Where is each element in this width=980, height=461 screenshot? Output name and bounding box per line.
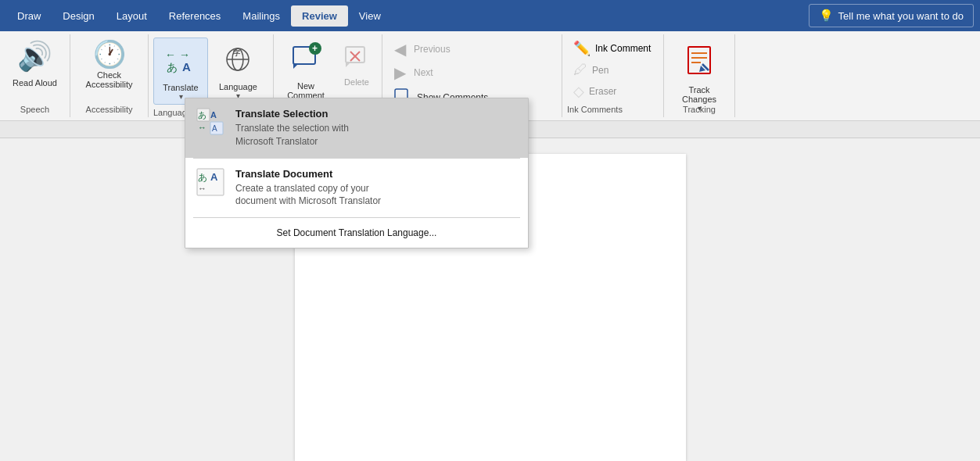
previous-label: Previous bbox=[414, 44, 451, 55]
tell-me-input[interactable]: 💡 Tell me what you want to do bbox=[809, 4, 974, 27]
read-aloud-icon: 🔊 bbox=[17, 42, 52, 70]
translate-selection-title: Translate Selection bbox=[235, 108, 349, 120]
svg-text:←: ← bbox=[165, 48, 176, 61]
track-changes-group-label: Tracking bbox=[683, 102, 716, 114]
eraser-label: Eraser bbox=[589, 86, 616, 97]
previous-icon: ◀ bbox=[390, 40, 409, 59]
check-accessibility-button[interactable]: 🕐 Check Accessibility bbox=[78, 38, 141, 100]
eraser-icon: ◇ bbox=[573, 83, 584, 100]
delete-label: Delete bbox=[344, 77, 369, 87]
svg-text:A: A bbox=[212, 124, 217, 133]
translate-document-desc: Create a translated copy of your documen… bbox=[235, 182, 381, 209]
accessibility-group: 🕐 Check Accessibility Accessibility bbox=[70, 34, 149, 117]
translate-selection-content: Translate Selection Translate the select… bbox=[235, 108, 349, 148]
menu-view[interactable]: View bbox=[348, 5, 392, 27]
menu-design[interactable]: Design bbox=[52, 5, 105, 27]
translate-label: Translate bbox=[163, 83, 198, 92]
ink-comment-button[interactable]: ✏️ Ink Comment bbox=[567, 38, 659, 59]
accessibility-group-label: Accessibility bbox=[86, 102, 133, 114]
translate-document-icon: あ A ↔ bbox=[196, 168, 224, 196]
svg-text:A: A bbox=[210, 110, 217, 120]
translate-selection-icon: あ A ↔ A bbox=[196, 108, 224, 136]
svg-text:↔: ↔ bbox=[198, 184, 206, 193]
svg-text:→: → bbox=[179, 48, 190, 61]
translate-button[interactable]: ← → あ A Translate ▾ bbox=[153, 38, 208, 105]
svg-text:あ: あ bbox=[198, 110, 206, 120]
new-comment-icon: + bbox=[290, 41, 321, 78]
speech-group: 🔊 Read Aloud Speech bbox=[0, 34, 70, 117]
ribbon: 🔊 Read Aloud Speech 🕐 Check Accessibilit… bbox=[0, 31, 980, 121]
delete-icon bbox=[343, 41, 371, 74]
ink-comments-group: ✏️ Ink Comment 🖊 Pen ◇ Eraser Ink Commen… bbox=[562, 34, 664, 117]
pen-button[interactable]: 🖊 Pen bbox=[567, 59, 659, 80]
svg-text:あ: あ bbox=[198, 172, 207, 183]
svg-text:字: 字 bbox=[233, 48, 241, 57]
eraser-button[interactable]: ◇ Eraser bbox=[567, 80, 659, 102]
read-aloud-label: Read Aloud bbox=[13, 78, 57, 88]
menu-layout[interactable]: Layout bbox=[106, 5, 158, 27]
translate-arrow: ▾ bbox=[179, 92, 183, 101]
translate-selection-item[interactable]: あ A ↔ A Translate Selection Translate th… bbox=[185, 98, 528, 158]
menu-bar: Draw Design Layout References Mailings R… bbox=[0, 0, 980, 31]
check-accessibility-icon: 🕐 bbox=[93, 41, 126, 67]
language-button[interactable]: 字 Language ▾ bbox=[211, 38, 265, 103]
pen-icon: 🖊 bbox=[573, 62, 587, 78]
check-accessibility-label: Check Accessibility bbox=[86, 70, 133, 89]
next-icon: ▶ bbox=[390, 63, 409, 82]
set-translation-language-link[interactable]: Set Document Translation Language... bbox=[185, 218, 528, 248]
tell-me-container: 💡 Tell me what you want to do bbox=[809, 4, 974, 27]
translate-document-title: Translate Document bbox=[235, 168, 381, 180]
read-aloud-button[interactable]: 🔊 Read Aloud bbox=[6, 38, 63, 100]
svg-text:A: A bbox=[210, 171, 218, 183]
pen-label: Pen bbox=[592, 65, 608, 76]
track-changes-button[interactable]: Track Changes ▾ bbox=[672, 38, 727, 102]
svg-text:あ: あ bbox=[167, 61, 178, 73]
previous-button[interactable]: ◀ Previous bbox=[387, 38, 557, 61]
new-comment-button[interactable]: + New Comment bbox=[278, 38, 333, 103]
svg-text:↔: ↔ bbox=[198, 123, 206, 132]
ink-comment-label: Ink Comment bbox=[595, 43, 651, 54]
svg-text:+: + bbox=[312, 43, 318, 54]
svg-text:A: A bbox=[182, 60, 191, 73]
track-changes-group: Track Changes ▾ Tracking bbox=[664, 34, 735, 117]
next-label: Next bbox=[414, 67, 433, 78]
language-icon: 字 bbox=[224, 45, 252, 79]
menu-draw[interactable]: Draw bbox=[6, 5, 52, 27]
translate-icon: ← → あ A bbox=[165, 45, 196, 80]
translate-selection-desc: Translate the selection with Microsoft T… bbox=[235, 122, 349, 148]
track-changes-icon bbox=[685, 45, 713, 82]
tell-me-label: Tell me what you want to do bbox=[838, 10, 964, 22]
lightbulb-icon: 💡 bbox=[819, 9, 834, 23]
menu-mailings[interactable]: Mailings bbox=[232, 5, 291, 27]
translate-dropdown: あ A ↔ A Translate Selection Translate th… bbox=[185, 98, 529, 248]
translate-document-item[interactable]: あ A ↔ Translate Document Create a transl… bbox=[185, 159, 528, 218]
speech-group-label: Speech bbox=[20, 102, 49, 114]
next-button[interactable]: ▶ Next bbox=[387, 61, 557, 84]
translate-document-content: Translate Document Create a translated c… bbox=[235, 168, 381, 209]
menu-review[interactable]: Review bbox=[291, 5, 348, 27]
svg-rect-12 bbox=[346, 47, 364, 63]
language-label: Language bbox=[219, 82, 257, 91]
menu-references[interactable]: References bbox=[158, 5, 232, 27]
delete-button[interactable]: Delete bbox=[336, 38, 377, 90]
ink-comments-group-label: Ink Comments bbox=[567, 103, 623, 114]
ink-comment-icon: ✏️ bbox=[573, 40, 591, 57]
